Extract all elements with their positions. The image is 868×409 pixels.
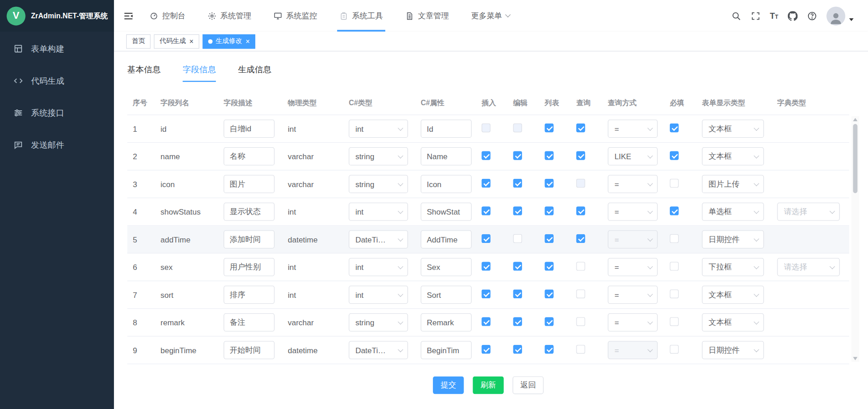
edit-checkbox[interactable] xyxy=(513,179,522,188)
table-scrollbar[interactable] xyxy=(852,116,859,362)
close-icon[interactable]: × xyxy=(189,38,194,45)
cs-type-select[interactable]: int xyxy=(349,285,408,304)
cs-prop-input[interactable] xyxy=(421,230,471,248)
display-type-select[interactable]: 文本框 xyxy=(702,285,764,304)
display-type-select[interactable]: 图片上传 xyxy=(702,175,764,193)
insert-checkbox[interactable] xyxy=(482,179,491,188)
submit-button[interactable]: 提交 xyxy=(433,377,464,394)
cs-prop-input[interactable] xyxy=(421,313,471,332)
tab-field-info[interactable]: 字段信息 xyxy=(183,63,216,82)
edit-checkbox[interactable] xyxy=(513,290,522,298)
query-mode-select[interactable]: LIKE xyxy=(608,147,658,166)
query-mode-select[interactable]: = xyxy=(608,313,658,332)
fullscreen-icon[interactable] xyxy=(750,11,760,21)
scrollbar-thumb[interactable] xyxy=(853,124,857,193)
column-desc-input[interactable] xyxy=(224,147,275,166)
dict-type-select[interactable]: 请选择 xyxy=(777,203,840,221)
topnav-item-dashboard[interactable]: 控制台 xyxy=(150,0,186,32)
cs-prop-input[interactable] xyxy=(421,119,471,138)
tab-generate-edit[interactable]: 生成修改 × xyxy=(202,34,255,48)
github-icon[interactable] xyxy=(788,11,798,21)
column-desc-input[interactable] xyxy=(224,175,275,193)
tab-basic-info[interactable]: 基本信息 xyxy=(127,63,161,82)
edit-checkbox[interactable] xyxy=(513,262,522,270)
query-checkbox[interactable] xyxy=(576,206,585,215)
query-mode-select[interactable]: = xyxy=(608,203,658,221)
tab-home[interactable]: 首页 xyxy=(126,34,151,48)
query-mode-select[interactable]: = xyxy=(608,258,658,276)
cs-prop-input[interactable] xyxy=(421,258,471,276)
sidebar-item-code-gen[interactable]: 代码生成 xyxy=(0,65,114,97)
cs-type-select[interactable]: string xyxy=(349,313,408,332)
tab-code-generation[interactable]: 代码生成 × xyxy=(154,34,199,48)
query-checkbox[interactable] xyxy=(576,262,585,270)
query-checkbox[interactable] xyxy=(576,290,585,298)
topnav-item-system-tools[interactable]: 系统工具 xyxy=(340,0,383,32)
cs-prop-input[interactable] xyxy=(421,175,471,193)
display-type-select[interactable]: 文本框 xyxy=(702,313,764,332)
column-desc-input[interactable] xyxy=(224,313,275,332)
required-checkbox[interactable] xyxy=(670,151,679,160)
back-button[interactable]: 返回 xyxy=(512,377,544,394)
help-icon[interactable] xyxy=(807,11,817,21)
topnav-item-system-mgmt[interactable]: 系统管理 xyxy=(208,0,252,32)
query-mode-select[interactable]: = xyxy=(608,119,658,138)
cs-type-select[interactable]: string xyxy=(349,147,408,166)
cs-prop-input[interactable] xyxy=(421,341,471,359)
insert-checkbox[interactable] xyxy=(482,290,491,298)
query-checkbox[interactable] xyxy=(576,234,585,243)
required-checkbox[interactable] xyxy=(670,234,679,243)
list-checkbox[interactable] xyxy=(545,317,553,326)
insert-checkbox[interactable] xyxy=(482,345,491,354)
query-mode-select[interactable]: = xyxy=(608,285,658,304)
required-checkbox[interactable] xyxy=(670,345,679,354)
font-size-icon[interactable]: TT xyxy=(770,11,778,20)
cs-type-select[interactable]: DateTime xyxy=(349,341,408,359)
required-checkbox[interactable] xyxy=(670,317,679,326)
edit-checkbox[interactable] xyxy=(513,234,522,243)
list-checkbox[interactable] xyxy=(545,345,553,354)
edit-checkbox[interactable] xyxy=(513,151,522,160)
column-desc-input[interactable] xyxy=(224,203,275,221)
cs-type-select[interactable]: string xyxy=(349,175,408,193)
user-menu[interactable] xyxy=(826,6,853,25)
column-desc-input[interactable] xyxy=(224,285,275,304)
list-checkbox[interactable] xyxy=(545,206,553,215)
display-type-select[interactable]: 单选框 xyxy=(702,203,764,221)
insert-checkbox[interactable] xyxy=(482,317,491,326)
sidebar-item-form-builder[interactable]: 表单构建 xyxy=(0,32,114,65)
required-checkbox[interactable] xyxy=(670,206,679,215)
required-checkbox[interactable] xyxy=(670,290,679,298)
search-icon[interactable] xyxy=(731,11,741,21)
cs-type-select[interactable]: DateTime xyxy=(349,230,408,248)
column-desc-input[interactable] xyxy=(224,341,275,359)
query-checkbox[interactable] xyxy=(576,317,585,326)
cs-prop-input[interactable] xyxy=(421,147,471,166)
sidebar-item-system-api[interactable]: 系统接口 xyxy=(0,97,114,129)
cs-type-select[interactable]: int xyxy=(349,119,408,138)
query-checkbox[interactable] xyxy=(576,345,585,354)
list-checkbox[interactable] xyxy=(545,179,553,188)
insert-checkbox[interactable] xyxy=(482,262,491,270)
list-checkbox[interactable] xyxy=(545,124,553,132)
cs-type-select[interactable]: int xyxy=(349,258,408,276)
query-checkbox[interactable] xyxy=(576,151,585,160)
close-icon[interactable]: × xyxy=(246,38,250,45)
insert-checkbox[interactable] xyxy=(482,234,491,243)
cs-prop-input[interactable] xyxy=(421,285,471,304)
topnav-item-article-mgmt[interactable]: 文章管理 xyxy=(405,0,449,32)
list-checkbox[interactable] xyxy=(545,151,553,160)
insert-checkbox[interactable] xyxy=(482,151,491,160)
required-checkbox[interactable] xyxy=(670,124,679,132)
tab-generate-info[interactable]: 生成信息 xyxy=(238,63,271,82)
column-desc-input[interactable] xyxy=(224,258,275,276)
scroll-up-icon[interactable] xyxy=(853,118,857,121)
cs-prop-input[interactable] xyxy=(421,203,471,221)
column-desc-input[interactable] xyxy=(224,230,275,248)
display-type-select[interactable]: 日期控件 xyxy=(702,341,764,359)
refresh-button[interactable]: 刷新 xyxy=(473,377,504,394)
display-type-select[interactable]: 日期控件 xyxy=(702,230,764,248)
required-checkbox[interactable] xyxy=(670,262,679,270)
query-mode-select[interactable]: = xyxy=(608,175,658,193)
collapse-sidebar-icon[interactable] xyxy=(114,0,140,32)
